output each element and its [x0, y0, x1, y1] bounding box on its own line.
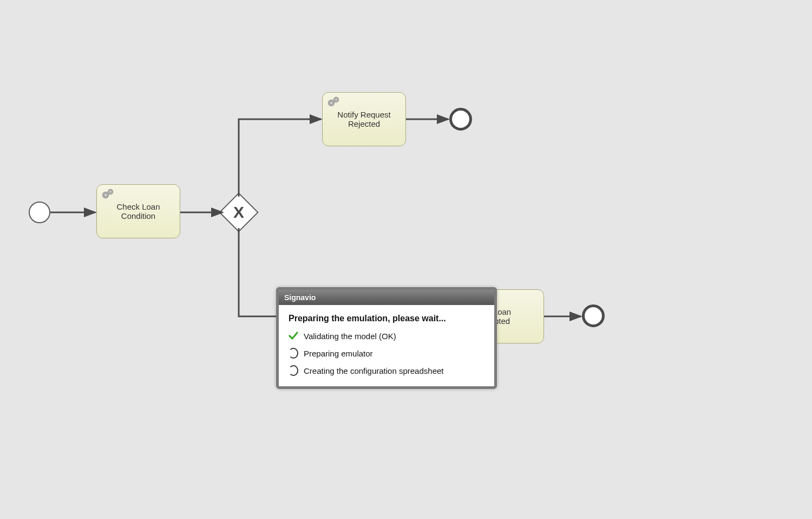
- task-notify-rejected[interactable]: Notify Request Rejected: [322, 92, 406, 146]
- service-task-icon: [327, 96, 341, 108]
- task-label: Check Loan Condition: [100, 202, 176, 220]
- start-event[interactable]: [29, 202, 50, 223]
- task-check-loan[interactable]: Check Loan Condition: [96, 184, 180, 238]
- step-label: Creating the configuration spreadsheet: [304, 366, 444, 375]
- sequence-flows: [0, 0, 812, 519]
- progress-step: Validating the model (OK): [289, 331, 484, 341]
- service-task-icon: [101, 188, 115, 200]
- gateway-x-icon: X: [226, 199, 252, 225]
- progress-dialog: Signavio Preparing the emulation, please…: [276, 287, 497, 389]
- progress-step: Preparing emulator: [289, 348, 484, 358]
- svg-point-5: [330, 102, 332, 104]
- end-event-accepted[interactable]: [582, 304, 605, 327]
- step-label: Validating the model (OK): [304, 332, 396, 341]
- check-icon: [289, 331, 298, 341]
- end-event-rejected[interactable]: [449, 108, 472, 131]
- dialog-heading: Preparing the emulation, please wait...: [289, 314, 484, 323]
- exclusive-gateway[interactable]: X: [219, 192, 259, 232]
- dialog-title: Signavio: [279, 290, 494, 305]
- bpmn-canvas[interactable]: Check Loan Condition X Notify Request Re…: [0, 0, 812, 519]
- progress-step: Creating the configuration spreadsheet: [289, 366, 484, 375]
- svg-point-3: [109, 191, 111, 192]
- task-label: Notify Request Rejected: [326, 110, 402, 128]
- spinner-icon: [289, 348, 298, 358]
- svg-point-7: [335, 99, 337, 100]
- spinner-icon: [289, 366, 298, 375]
- svg-point-1: [104, 194, 107, 196]
- step-label: Preparing emulator: [304, 349, 373, 358]
